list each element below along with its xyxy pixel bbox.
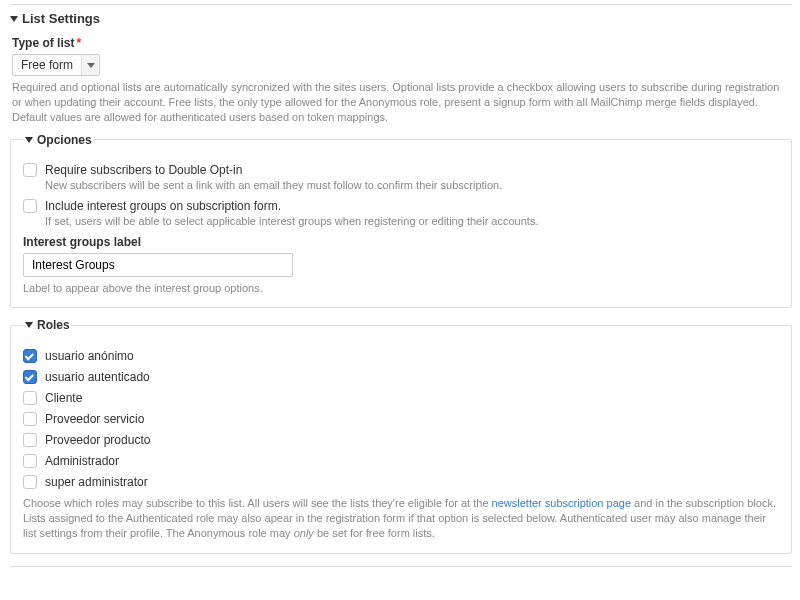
groups-label-desc: Label to appear above the interest group… — [23, 281, 779, 296]
role-label: Administrador — [45, 454, 119, 468]
roles-help: Choose which roles may subscribe to this… — [23, 496, 779, 541]
type-of-list-label: Type of list* — [12, 36, 792, 50]
type-of-list-value: Free form — [13, 58, 81, 72]
role-label: super administrator — [45, 475, 148, 489]
type-of-list-help: Required and optional lists are automati… — [12, 80, 792, 125]
roles-help-only: only — [294, 527, 314, 539]
list-settings-header[interactable]: List Settings — [10, 5, 792, 34]
role-checkbox[interactable] — [23, 412, 37, 426]
groups-label-input[interactable] — [23, 253, 293, 277]
interest-groups-desc: If set, users will be able to select app… — [45, 215, 779, 227]
role-checkbox[interactable] — [23, 475, 37, 489]
double-optin-label: Require subscribers to Double Opt-in — [45, 163, 242, 177]
role-row: super administrator — [23, 475, 779, 489]
role-row: Proveedor servicio — [23, 412, 779, 426]
roles-panel: Roles usuario anónimousuario autenticado… — [10, 318, 792, 554]
role-row: Cliente — [23, 391, 779, 405]
interest-groups-row: Include interest groups on subscription … — [23, 199, 779, 213]
caret-down-icon — [10, 16, 18, 22]
caret-down-icon — [25, 322, 33, 328]
caret-down-icon — [25, 137, 33, 143]
role-row: usuario anónimo — [23, 349, 779, 363]
type-of-list-field: Type of list* Free form Required and opt… — [12, 36, 792, 125]
role-checkbox[interactable] — [23, 454, 37, 468]
role-row: usuario autenticado — [23, 370, 779, 384]
role-checkbox[interactable] — [23, 370, 37, 384]
list-settings-section: List Settings Type of list* Free form Re… — [10, 4, 792, 554]
required-marker: * — [76, 36, 81, 50]
role-checkbox[interactable] — [23, 433, 37, 447]
role-checkbox[interactable] — [23, 349, 37, 363]
roles-list: usuario anónimousuario autenticadoClient… — [23, 349, 779, 489]
role-label: Proveedor producto — [45, 433, 150, 447]
opciones-panel: Opciones Require subscribers to Double O… — [10, 133, 792, 309]
select-dropdown-button[interactable] — [81, 55, 99, 75]
chevron-down-icon — [87, 63, 95, 68]
role-label: Cliente — [45, 391, 82, 405]
role-label: Proveedor servicio — [45, 412, 144, 426]
double-optin-desc: New subscribers will be sent a link with… — [45, 179, 779, 191]
roles-legend[interactable]: Roles — [23, 318, 72, 332]
interest-groups-label: Include interest groups on subscription … — [45, 199, 281, 213]
type-of-list-select[interactable]: Free form — [12, 54, 100, 76]
double-optin-checkbox[interactable] — [23, 163, 37, 177]
bottom-divider — [10, 566, 792, 567]
role-row: Administrador — [23, 454, 779, 468]
role-label: usuario anónimo — [45, 349, 134, 363]
role-checkbox[interactable] — [23, 391, 37, 405]
double-optin-row: Require subscribers to Double Opt-in — [23, 163, 779, 177]
opciones-legend[interactable]: Opciones — [23, 133, 94, 147]
groups-label-field-label: Interest groups label — [23, 235, 779, 249]
role-label: usuario autenticado — [45, 370, 150, 384]
interest-groups-checkbox[interactable] — [23, 199, 37, 213]
role-row: Proveedor producto — [23, 433, 779, 447]
page-title: List Settings — [22, 11, 100, 26]
newsletter-subscription-link[interactable]: newsletter subscription page — [492, 497, 631, 509]
